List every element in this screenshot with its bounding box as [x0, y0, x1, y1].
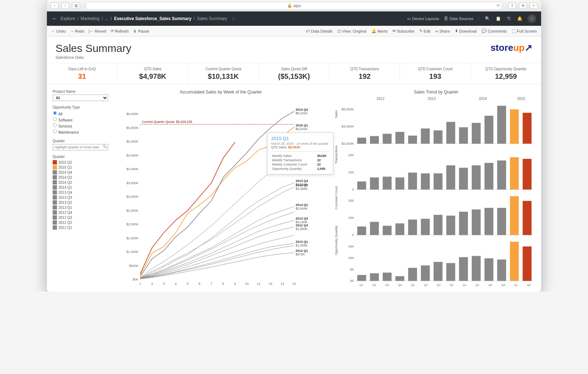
- download-button[interactable]: ⬇ Download: [455, 29, 477, 33]
- legend-item[interactable]: 2013 Q2: [53, 200, 108, 205]
- svg-rect-131: [497, 259, 506, 281]
- bar-charts[interactable]: 2012201320142015 Sales$2,000K$4,000K$6,0…: [337, 97, 535, 287]
- search-icon[interactable]: 🔍: [103, 145, 107, 148]
- legend-item[interactable]: 2014 Q1: [53, 185, 108, 190]
- product-name-select[interactable]: All: [53, 95, 108, 101]
- pause-button[interactable]: ⏸ Pause: [133, 29, 149, 33]
- kpi-value: 192: [331, 72, 398, 81]
- legend-item[interactable]: 2013 Q3: [53, 195, 108, 200]
- legend-item[interactable]: 2013 Q4: [53, 190, 108, 195]
- alerts-button[interactable]: 🔔 Alerts: [371, 29, 387, 33]
- legend-item[interactable]: 2014 Q2: [53, 180, 108, 185]
- new-tab-button[interactable]: +: [530, 3, 538, 9]
- breadcrumb: Explore/ Marketing/ .../ Executive Sales…: [61, 16, 236, 21]
- svg-text:100: 100: [348, 216, 354, 220]
- legend-item[interactable]: 2013 Q1: [53, 205, 108, 210]
- avatar[interactable]: [527, 14, 536, 23]
- svg-text:2012 Q1: 2012 Q1: [296, 249, 308, 253]
- radio-option[interactable]: Software: [53, 116, 108, 123]
- kpi-card: QTD Opportunity Quantity12,959: [471, 63, 541, 84]
- notifications-icon[interactable]: 🔔: [517, 16, 522, 21]
- svg-rect-127: [446, 263, 455, 281]
- svg-text:$4,000K: $4,000K: [342, 125, 354, 128]
- line-chart[interactable]: $0K$500K$1,000K$1,500K$2,000K$2,500K$3,0…: [112, 97, 330, 287]
- svg-text:$6,000K: $6,000K: [342, 107, 354, 111]
- bar-panel[interactable]: Transactions0100200: [337, 147, 535, 192]
- kpi-value: ($5,153K): [260, 72, 328, 81]
- view-button[interactable]: ◫ View: Original: [337, 29, 366, 33]
- svg-text:$500K: $500K: [129, 264, 139, 268]
- fullscreen-button[interactable]: ⛶ Full Screen: [512, 29, 537, 33]
- kpi-label: QTD Sales: [119, 67, 186, 71]
- comments-button[interactable]: 💬 Comments: [482, 29, 507, 33]
- bar-panel[interactable]: Customer Count0100200: [337, 192, 535, 238]
- svg-text:2012 Q4: 2012 Q4: [296, 224, 308, 227]
- undo-button[interactable]: ← Undo: [51, 29, 66, 33]
- nav-back-icon[interactable]: ←: [52, 15, 58, 22]
- edit-button[interactable]: ✎ Edit: [419, 29, 430, 33]
- legend-item[interactable]: 2014 Q3: [53, 175, 108, 180]
- svg-rect-121: [370, 273, 379, 280]
- forward-button[interactable]: ›: [61, 3, 69, 9]
- svg-text:$3,358K: $3,358K: [296, 187, 308, 191]
- page-title: Sales Summary: [56, 42, 131, 54]
- svg-text:9: 9: [234, 282, 236, 286]
- device-layouts-button[interactable]: ▭Device Layouts: [407, 16, 439, 21]
- reload-icon[interactable]: ⟳: [497, 3, 500, 8]
- data-details-button[interactable]: 🏷 Data Details: [306, 29, 332, 33]
- svg-text:Current Quarter Quota: $5,628,: Current Quarter Quota: $5,628,235: [142, 120, 192, 124]
- url-bar[interactable]: 🔒alpo ⟳: [86, 2, 502, 10]
- search-icon[interactable]: 🔍: [485, 16, 490, 21]
- svg-text:10: 10: [245, 282, 249, 286]
- svg-rect-129: [472, 256, 481, 281]
- svg-rect-113: [510, 196, 519, 235]
- crumb[interactable]: Marketing: [81, 16, 100, 21]
- svg-text:5: 5: [187, 282, 188, 286]
- svg-rect-126: [434, 262, 443, 281]
- kpi-card: Days Left to EoQ31: [47, 63, 117, 84]
- refresh-button[interactable]: ⟳ Refresh: [111, 29, 129, 33]
- bar-panel[interactable]: Sales$2,000K$4,000K$6,000K: [337, 101, 535, 147]
- kpi-card: QTD Customer Count193: [400, 63, 471, 84]
- subscribe-button[interactable]: ✉ Subscribe: [392, 29, 414, 33]
- legend-item[interactable]: 2014 Q4: [53, 170, 108, 175]
- svg-rect-106: [421, 219, 430, 235]
- revert-button[interactable]: |← Revert: [89, 29, 106, 33]
- legend-item[interactable]: 2012 Q3: [53, 215, 108, 220]
- svg-rect-128: [459, 257, 468, 280]
- filter-panel: Product Name All Opportunity Type AllSof…: [53, 90, 108, 287]
- radio-option[interactable]: Maintenance: [53, 129, 108, 135]
- back-button[interactable]: ‹: [50, 3, 58, 9]
- quarter-search-input[interactable]: [53, 144, 108, 150]
- bar-panel[interactable]: Opportunity Quantity0K5K10K15K: [337, 238, 535, 284]
- data-sources-button[interactable]: 🗄Data Sources: [444, 16, 473, 21]
- share-button[interactable]: ⇪: [508, 3, 516, 9]
- crumb[interactable]: Executive Salesforce_Sales Summary: [114, 16, 191, 21]
- svg-text:$3,000K: $3,000K: [126, 195, 139, 198]
- crumb[interactable]: Sales Summary: [197, 16, 227, 21]
- legend-item[interactable]: 2012 Q4: [53, 210, 108, 215]
- tooltip-qtd: QTD sales: $5,531K: [271, 145, 329, 149]
- crumb[interactable]: Explore: [61, 16, 75, 21]
- radio-option[interactable]: Services: [53, 123, 108, 129]
- help-icon[interactable]: ?⃝: [506, 16, 512, 21]
- sidebar-toggle[interactable]: ▥: [72, 3, 80, 9]
- svg-text:$5,000K: $5,000K: [126, 140, 139, 143]
- svg-text:2013 Q3: 2013 Q3: [296, 217, 308, 220]
- crumb[interactable]: ...: [105, 16, 109, 21]
- favorite-icon[interactable]: ☆: [232, 16, 236, 21]
- svg-text:100: 100: [348, 171, 354, 174]
- radio-option[interactable]: All: [53, 110, 108, 116]
- svg-rect-72: [446, 122, 455, 144]
- legend-item[interactable]: 2012 Q2: [53, 220, 108, 225]
- svg-rect-107: [434, 215, 443, 235]
- legend-item[interactable]: 2012 Q1: [53, 225, 108, 230]
- legend-item[interactable]: 2015 Q1: [53, 165, 108, 170]
- legend-item[interactable]: 2015 Q2: [53, 160, 108, 165]
- kpi-row: Days Left to EoQ31QTD Sales$4,978KCurren…: [47, 63, 541, 85]
- product-name-label: Product Name: [53, 90, 108, 94]
- share-button[interactable]: ∞ Share: [435, 29, 450, 33]
- tabs-button[interactable]: ⧉: [519, 3, 527, 9]
- notes-icon[interactable]: 📋: [495, 16, 501, 21]
- redo-button[interactable]: → Redo: [70, 29, 84, 33]
